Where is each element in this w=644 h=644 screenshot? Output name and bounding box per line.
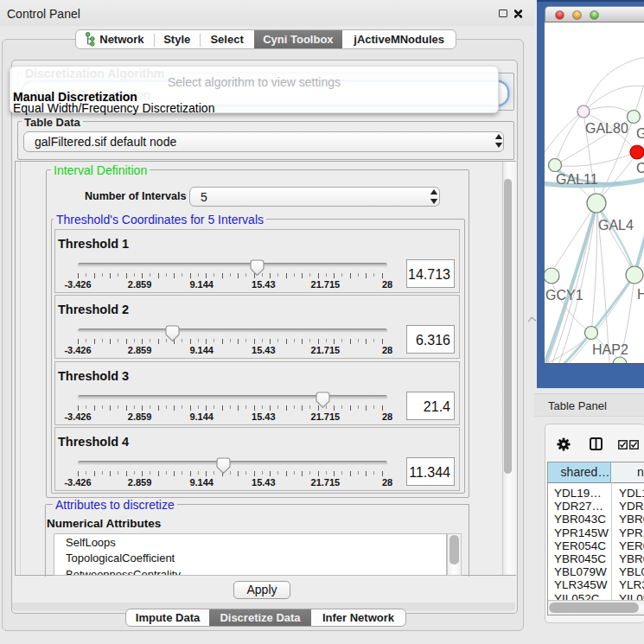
svg-text:GCY1: GCY1 bbox=[545, 288, 583, 303]
svg-text:GAL4: GAL4 bbox=[598, 218, 634, 233]
svg-text:C: C bbox=[636, 161, 644, 175]
svg-text:GAL80: GAL80 bbox=[585, 121, 628, 136]
svg-text:HAP2: HAP2 bbox=[592, 342, 628, 357]
svg-text:GA: GA bbox=[636, 126, 644, 141]
svg-text:H: H bbox=[637, 287, 644, 302]
svg-text:GAL11: GAL11 bbox=[556, 172, 598, 187]
